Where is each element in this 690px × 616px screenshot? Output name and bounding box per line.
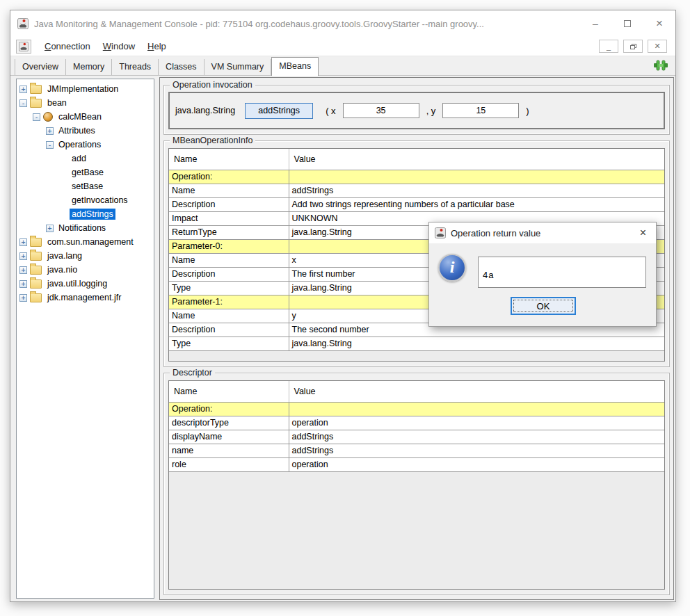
parameter-row: ( x, y)	[321, 103, 533, 118]
java-console-icon	[17, 18, 29, 29]
tab-memory[interactable]: Memory	[66, 59, 112, 75]
group-title: Operation invocation	[170, 80, 255, 90]
collapse-icon[interactable]: -	[46, 141, 54, 149]
menu-item-connection[interactable]: Connection	[38, 40, 97, 53]
tree-item-setbase[interactable]: setBase	[17, 179, 154, 193]
expand-icon[interactable]: +	[19, 86, 27, 93]
param-input-1[interactable]	[442, 103, 519, 118]
collapse-icon[interactable]: -	[19, 99, 27, 107]
tab-overview[interactable]: Overview	[15, 59, 66, 75]
name-cell: Impact	[169, 211, 289, 225]
tree-item-java.nio[interactable]: +java.nio	[17, 263, 154, 277]
folder-icon	[30, 85, 42, 94]
menu-item-window[interactable]: Window	[97, 40, 141, 53]
value-cell	[289, 170, 664, 184]
name-cell: Description	[169, 267, 289, 281]
tree-item-label: jdk.management.jfr	[45, 292, 123, 303]
name-cell: Description	[169, 323, 289, 337]
tree-item-calcmbean[interactable]: -calcMBean	[17, 110, 154, 124]
group-title: MBeanOperationInfo	[170, 136, 255, 145]
table-row[interactable]: NameaddStrings	[169, 184, 664, 197]
mbean-tree-panel: +JMImplementation-bean-calcMBean+Attribu…	[16, 79, 154, 599]
column-header-name[interactable]: Name	[169, 149, 289, 170]
close-icon[interactable]: ×	[643, 10, 675, 37]
name-cell: ReturnType	[169, 225, 289, 239]
expand-icon[interactable]: +	[19, 294, 27, 302]
value-cell: java.lang.String	[289, 337, 664, 350]
param-input-0[interactable]	[343, 103, 419, 118]
expand-icon[interactable]: +	[19, 252, 27, 260]
table-row[interactable]: displayNameaddStrings	[169, 430, 664, 444]
tab-items: OverviewMemoryThreadsClassesVM SummaryMB…	[10, 57, 319, 75]
inner-restore-icon[interactable]	[623, 40, 643, 53]
tree-item-addstrings[interactable]: addStrings	[17, 207, 154, 221]
folder-icon	[30, 279, 42, 289]
tree-item-bean[interactable]: -bean	[17, 96, 154, 110]
name-cell: Type	[169, 281, 289, 295]
tree-item-java.util.logging[interactable]: +java.util.logging	[17, 277, 154, 291]
operation-invocation-group: Operation invocation java.lang.String ad…	[163, 85, 670, 135]
mbeans-tab-content: +JMImplementation-bean-calcMBean+Attribu…	[10, 76, 675, 601]
menu-item-help[interactable]: Help	[141, 40, 172, 53]
column-header-value[interactable]: Value	[289, 149, 664, 170]
tree-item-getbase[interactable]: getBase	[17, 165, 154, 179]
java-console-icon	[19, 42, 29, 51]
inner-close-icon[interactable]: ✕	[648, 40, 667, 53]
table-row[interactable]: DescriptionAdd two strings representing …	[169, 197, 664, 211]
expand-icon[interactable]: +	[46, 127, 54, 135]
minimize-icon[interactable]: –	[579, 10, 611, 37]
inner-minimize-icon[interactable]: _	[599, 40, 618, 53]
tree-item-jdk.management.jfr[interactable]: +jdk.management.jfr	[17, 291, 154, 305]
tab-vm-summary[interactable]: VM Summary	[204, 59, 272, 75]
column-header-name[interactable]: Name	[169, 381, 289, 402]
tab-mbeans[interactable]: MBeans	[271, 57, 319, 76]
table-row[interactable]: Operation:	[169, 402, 664, 416]
tree-item-jmimplementation[interactable]: +JMImplementation	[17, 82, 154, 96]
tree-item-getinvocations[interactable]: getInvocations	[17, 193, 154, 207]
name-cell: role	[169, 457, 289, 471]
value-cell: addStrings	[289, 184, 664, 197]
expand-icon[interactable]: +	[19, 280, 27, 288]
maximize-icon[interactable]	[611, 10, 643, 37]
collapse-icon[interactable]: -	[33, 113, 40, 121]
tree-item-add[interactable]: add	[17, 152, 154, 165]
menu-bar: ConnectionWindowHelp _ ✕	[10, 37, 675, 56]
table-row[interactable]: roleoperation	[169, 457, 664, 471]
title-bar: Java Monitoring & Management Console - p…	[10, 10, 675, 37]
dialog-close-icon[interactable]: ×	[636, 227, 650, 239]
expand-icon[interactable]: +	[46, 225, 54, 232]
table-row[interactable]: Operation:	[169, 170, 664, 184]
info-icon	[438, 254, 466, 282]
tree-item-notifications[interactable]: +Notifications	[17, 221, 154, 235]
descriptor-group: Descriptor NameValueOperation:descriptor…	[163, 373, 670, 595]
column-header-value[interactable]: Value	[289, 381, 664, 402]
tree-item-attributes[interactable]: +Attributes	[17, 124, 154, 138]
mbean-icon	[43, 112, 53, 122]
name-cell: Name	[169, 309, 289, 323]
table-row[interactable]: nameaddStrings	[169, 444, 664, 457]
name-cell: displayName	[169, 430, 289, 444]
tab-threads[interactable]: Threads	[112, 59, 159, 75]
tree-item-label: JMImplementation	[45, 83, 120, 95]
return-value-field[interactable]	[478, 257, 646, 288]
ok-button[interactable]: OK	[511, 297, 576, 315]
tree-item-label: Operations	[56, 139, 103, 150]
tree-item-java.lang[interactable]: +java.lang	[17, 249, 154, 263]
tree-item-operations[interactable]: -Operations	[17, 138, 154, 152]
menu-mnemonic: W	[103, 41, 111, 51]
table-row[interactable]: Typejava.lang.String	[169, 337, 664, 350]
invoke-operation-button[interactable]: addStrings	[245, 103, 313, 119]
app-menu-icon[interactable]	[16, 40, 31, 54]
table-row[interactable]: descriptorTypeoperation	[169, 416, 664, 430]
tree-item-label: calcMBean	[56, 111, 104, 122]
expand-icon[interactable]: +	[19, 238, 27, 246]
value-cell: addStrings	[289, 444, 664, 457]
menu-items: ConnectionWindowHelp	[38, 40, 172, 53]
tree-item-label: java.util.logging	[45, 278, 109, 289]
expand-icon[interactable]: +	[19, 266, 27, 274]
tab-classes[interactable]: Classes	[159, 59, 204, 75]
tree-item-com.sun.management[interactable]: +com.sun.management	[17, 235, 154, 249]
group-title: Descriptor	[170, 368, 215, 378]
name-cell: Operation:	[169, 402, 289, 416]
name-cell: Parameter-1:	[169, 295, 289, 309]
